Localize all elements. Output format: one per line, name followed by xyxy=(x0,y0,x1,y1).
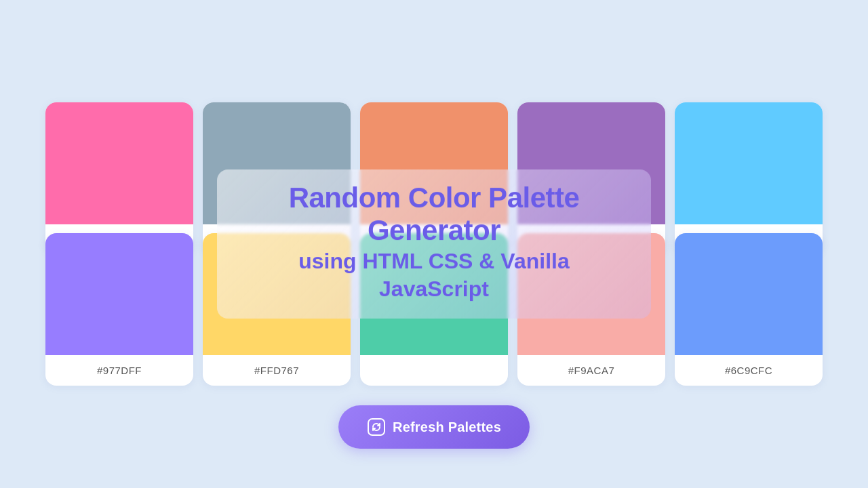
color-swatch-bot-3 xyxy=(360,233,508,355)
color-label-bot-5: #6C9CFC xyxy=(675,355,823,386)
color-swatch-top-5 xyxy=(675,102,823,224)
refresh-button-label: Refresh Palettes xyxy=(393,420,501,435)
color-card-top-1: #FF6CA xyxy=(45,102,193,255)
color-swatch-bot-2 xyxy=(203,233,351,355)
color-swatch-top-3 xyxy=(360,102,508,224)
color-card-bot-4: #F9ACA7 xyxy=(517,233,665,386)
color-label-bot-2: #FFD767 xyxy=(203,355,351,386)
color-card-top-3 xyxy=(360,102,508,255)
color-card-bot-5: #6C9CFC xyxy=(675,233,823,386)
color-label-bot-3 xyxy=(360,355,508,374)
color-card-bot-3 xyxy=(360,233,508,386)
refresh-palettes-button[interactable]: Refresh Palettes xyxy=(338,405,530,449)
color-swatch-top-2 xyxy=(203,102,351,224)
color-card-top-2 xyxy=(203,102,351,255)
top-palette-row: #FF6CA #60CBFF xyxy=(45,102,823,255)
color-swatch-bot-4 xyxy=(517,233,665,355)
color-card-top-5: #60CBFF xyxy=(675,102,823,255)
color-swatch-top-4 xyxy=(517,102,665,224)
color-label-bot-4: #F9ACA7 xyxy=(517,355,665,386)
color-card-bot-1: #977DFF xyxy=(45,233,193,386)
refresh-icon xyxy=(367,418,386,436)
color-card-bot-2: #FFD767 xyxy=(203,233,351,386)
color-swatch-bot-1 xyxy=(45,233,193,355)
svg-rect-0 xyxy=(368,419,384,435)
color-label-bot-1: #977DFF xyxy=(45,355,193,386)
color-swatch-bot-5 xyxy=(675,233,823,355)
palettes-wrapper: #FF6CA #60CBFF #977DFF xyxy=(34,102,834,386)
color-card-top-4 xyxy=(517,102,665,255)
bottom-palette-row: #977DFF #FFD767 #F9ACA7 #6C9CFC xyxy=(45,233,823,386)
main-container: Random Color Palette Generator using HTM… xyxy=(0,0,868,488)
color-swatch-top-1 xyxy=(45,102,193,224)
